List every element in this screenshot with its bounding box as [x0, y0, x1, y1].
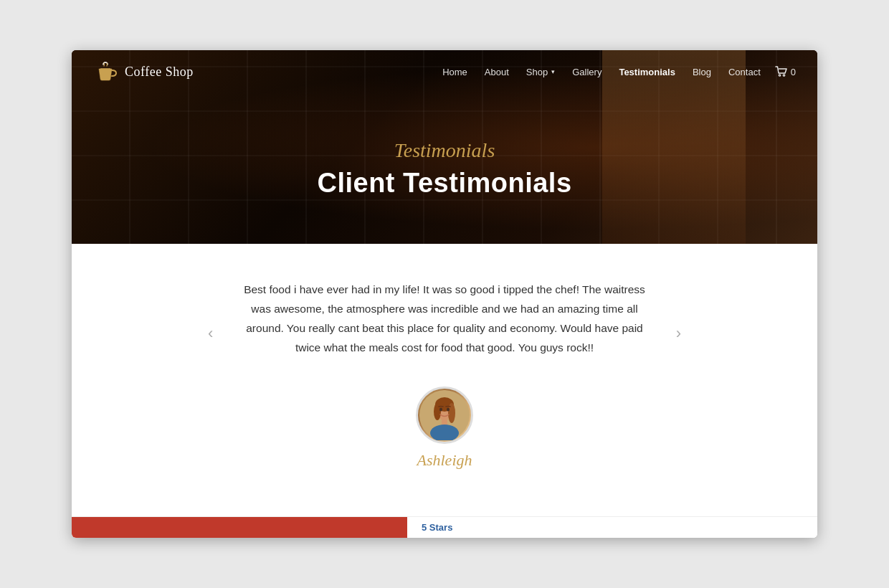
navbar: Coffee Shop Home About Shop ▾ Gallery	[72, 50, 817, 93]
cart-icon	[775, 66, 788, 77]
nav-item-blog[interactable]: Blog	[685, 65, 718, 78]
svg-point-11	[447, 407, 450, 411]
svg-rect-8	[442, 419, 447, 425]
nav-link-gallery[interactable]: Gallery	[565, 62, 609, 82]
next-arrow-button[interactable]: ›	[669, 317, 688, 350]
bottom-white-bar: 5 Stars	[407, 517, 817, 538]
nav-links: Home About Shop ▾ Gallery Testimonials	[435, 62, 796, 82]
nav-link-home[interactable]: Home	[435, 62, 475, 82]
nav-item-contact[interactable]: Contact	[721, 65, 768, 78]
prev-arrow-button[interactable]: ‹	[201, 317, 220, 350]
main-content: ‹ › Best food i have ever had in my life…	[72, 244, 817, 516]
svg-point-1	[783, 75, 784, 76]
cart-button[interactable]: 0	[775, 66, 796, 77]
hero-title: Client Testimonials	[317, 168, 571, 199]
hero-subtitle: Testimonials	[394, 139, 495, 162]
coffee-cup-icon	[93, 59, 119, 85]
nav-link-testimonials[interactable]: Testimonials	[612, 62, 683, 82]
cart-area[interactable]: 0	[771, 66, 796, 77]
hero-content: Testimonials Client Testimonials	[72, 93, 817, 244]
testimonial-container: ‹ › Best food i have ever had in my life…	[244, 280, 645, 470]
bottom-section: 5 Stars	[72, 516, 817, 538]
svg-point-10	[439, 407, 442, 411]
testimonial-text: Best food i have ever had in my life! It…	[244, 280, 645, 358]
nav-item-gallery[interactable]: Gallery	[565, 65, 609, 78]
svg-point-0	[779, 75, 780, 76]
avatar-image	[419, 390, 470, 440]
chevron-down-icon: ▾	[551, 68, 555, 75]
hero-section: Coffee Shop Home About Shop ▾ Gallery	[72, 50, 817, 244]
author-name: Ashleigh	[417, 451, 472, 470]
browser-window: Coffee Shop Home About Shop ▾ Gallery	[72, 50, 817, 538]
nav-link-blog[interactable]: Blog	[685, 62, 718, 82]
author-section: Ashleigh	[244, 387, 645, 470]
bottom-red-bar	[72, 517, 407, 538]
nav-item-shop[interactable]: Shop ▾	[519, 62, 562, 82]
nav-item-home[interactable]: Home	[435, 65, 475, 78]
nav-link-shop[interactable]: Shop ▾	[519, 62, 562, 82]
avatar	[416, 387, 473, 444]
logo-link[interactable]: Coffee Shop	[93, 59, 194, 85]
logo-text: Coffee Shop	[125, 65, 194, 80]
nav-item-testimonials[interactable]: Testimonials	[612, 65, 683, 78]
nav-link-contact[interactable]: Contact	[721, 62, 768, 82]
nav-link-about[interactable]: About	[477, 62, 516, 82]
nav-item-about[interactable]: About	[477, 65, 516, 78]
cart-count: 0	[791, 67, 796, 77]
svg-point-6	[434, 403, 441, 420]
stars-label: 5 Stars	[422, 522, 452, 533]
